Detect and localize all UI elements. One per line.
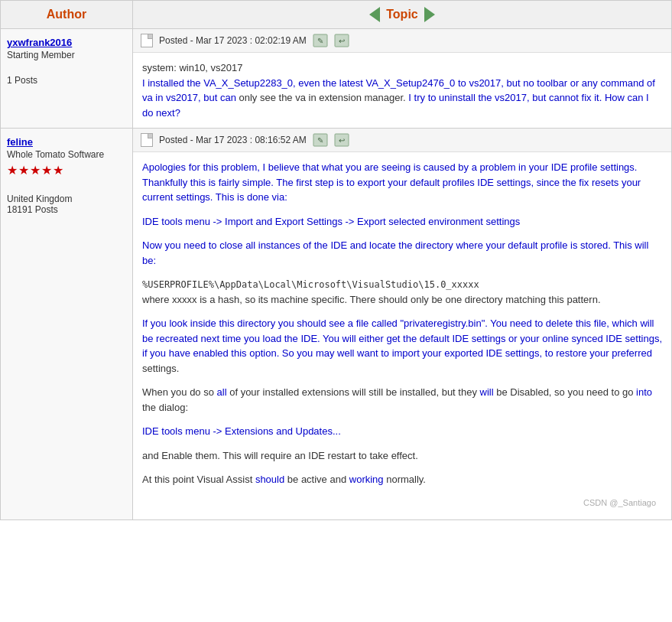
author-stars-2: ★★★★★ — [7, 163, 126, 177]
post-action-icon-2a[interactable]: ✎ — [313, 133, 328, 147]
author-label: Author — [47, 8, 86, 21]
post-body-p2: IDE tools menu -> Import and Export Sett… — [142, 214, 662, 230]
post-body-p3: Now you need to close all instances of t… — [142, 238, 662, 268]
post-body-p6: When you do so all of your installed ext… — [142, 385, 662, 415]
author-post-count-1: 1 Posts — [7, 75, 126, 86]
post-content-cell-1: Posted - Mar 17 2023 : 02:02:19 AM ✎ ↩ — [133, 29, 672, 129]
topic-column-header: Topic — [133, 1, 672, 29]
next-topic-arrow-icon[interactable] — [424, 7, 435, 22]
post-body-1: system: win10, vs2017 I installed the VA… — [133, 53, 671, 128]
post-body-p5: If you look inside this directory you sh… — [142, 316, 662, 376]
post-body-p1: Apologies for this problem, I believe th… — [142, 160, 662, 205]
author-role-1: Starting Member — [7, 50, 126, 60]
author-cell-2: feline Whole Tomato Software ★★★★★ Unite… — [1, 129, 133, 520]
svg-text:✎: ✎ — [317, 37, 323, 45]
post-date-2: Posted - Mar 17 2023 : 08:16:52 AM — [159, 135, 307, 145]
author-location-2: United Kingdom — [7, 194, 126, 204]
author-link-2[interactable]: feline — [7, 136, 33, 148]
author-column-header: Author — [1, 1, 133, 29]
post-body-p9: At this point Visual Assist should be ac… — [142, 472, 662, 487]
svg-text:↩: ↩ — [339, 136, 345, 145]
post-header-2: Posted - Mar 17 2023 : 08:16:52 AM ✎ ↩ — [133, 129, 671, 152]
author-cell-1: yxwfrank2016 Starting Member 1 Posts — [1, 29, 133, 129]
post-row-2: feline Whole Tomato Software ★★★★★ Unite… — [1, 129, 672, 520]
svg-text:↩: ↩ — [339, 37, 345, 45]
post-action-icon-1b[interactable]: ↩ — [334, 34, 349, 47]
post-action-icon-2b[interactable]: ↩ — [334, 133, 349, 147]
post-body-2: Apologies for this problem, I believe th… — [133, 152, 671, 519]
author-link-1[interactable]: yxwfrank2016 — [7, 37, 72, 48]
post-header-1: Posted - Mar 17 2023 : 02:02:19 AM ✎ ↩ — [133, 29, 671, 53]
watermark: CSDN @_Santiago — [142, 497, 662, 513]
post-body-line-1: system: win10, vs2017 I installed the VA… — [142, 60, 662, 120]
topic-label: Topic — [386, 8, 417, 21]
post-body-p8: and Enable them. This will require an ID… — [142, 448, 662, 464]
quote-icon-1: ↩ — [334, 34, 349, 47]
forum-table: Author Topic yxwfrank2016 Starting Membe… — [0, 0, 672, 520]
author-post-count-2: 18191 Posts — [7, 204, 126, 215]
author-username-2[interactable]: feline — [7, 136, 126, 148]
svg-text:✎: ✎ — [317, 136, 323, 145]
quote-icon-2: ↩ — [334, 133, 349, 147]
post-date-1: Posted - Mar 17 2023 : 02:02:19 AM — [159, 35, 307, 46]
edit-icon-1: ✎ — [313, 34, 328, 47]
post-body-p7: IDE tools menu -> Extensions and Updates… — [142, 424, 662, 439]
post-action-icon-1a[interactable]: ✎ — [313, 34, 328, 47]
post-row-1: yxwfrank2016 Starting Member 1 Posts Pos… — [1, 29, 672, 129]
prev-topic-arrow-icon[interactable] — [369, 7, 380, 22]
post-doc-icon-2 — [141, 133, 153, 147]
author-username-1[interactable]: yxwfrank2016 — [7, 37, 126, 48]
author-org-2: Whole Tomato Software — [7, 149, 126, 160]
edit-icon-2: ✎ — [313, 133, 328, 147]
post-doc-icon-1 — [141, 34, 153, 47]
post-body-p4: %USERPROFILE%\AppData\Local\Microsoft\Vi… — [142, 277, 662, 307]
post-content-cell-2: Posted - Mar 17 2023 : 08:16:52 AM ✎ ↩ — [133, 129, 672, 520]
